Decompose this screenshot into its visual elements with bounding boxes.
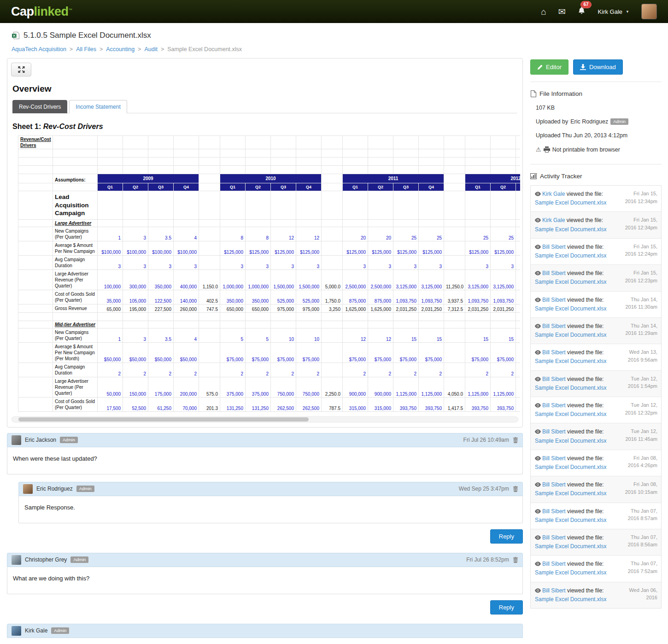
breadcrumb-current: Sample Excel Document.xlsx: [167, 46, 242, 53]
tab-rev-cost-drivers[interactable]: Rev-Cost Drivers: [12, 100, 67, 113]
activity-date: Tue Jan 12, 2016 11:45am: [622, 427, 657, 445]
activity-user-link[interactable]: Bill Sibert: [542, 455, 566, 462]
activity-action-text: viewed the file:: [567, 402, 604, 409]
activity-tracker-title: Activity Tracker: [530, 173, 662, 180]
eye-icon: [535, 298, 541, 302]
editor-button[interactable]: Editor: [530, 59, 568, 75]
activity-file-link[interactable]: Sample Excel Document.xlsx: [535, 385, 606, 391]
reply-button[interactable]: Reply: [490, 529, 523, 544]
activity-date: Wed Jan 06, 2016: [622, 586, 657, 604]
activity-user-link[interactable]: Kirk Gale: [542, 191, 565, 197]
breadcrumb-link[interactable]: Audit: [144, 46, 158, 53]
activity-entry: Bill Sibert viewed the file:Sample Excel…: [531, 529, 661, 555]
activity-user-link[interactable]: Bill Sibert: [542, 561, 566, 567]
avatar: [12, 555, 21, 565]
activity-action-text: viewed the file:: [567, 349, 604, 356]
top-navbar: Caplinked™ ⌂ ✉ 67 Kirk Gale ▼: [0, 0, 668, 23]
activity-file-link[interactable]: Sample Excel Document.xlsx: [535, 517, 606, 523]
activity-file-link[interactable]: Sample Excel Document.xlsx: [535, 199, 606, 206]
activity-file-link[interactable]: Sample Excel Document.xlsx: [535, 490, 606, 497]
notifications-bell-icon[interactable]: 67: [578, 7, 586, 16]
eye-icon: [535, 509, 541, 514]
expand-arrows-icon: [18, 66, 25, 73]
messages-envelope-icon[interactable]: ✉: [558, 7, 566, 16]
activity-user-link[interactable]: Bill Sibert: [542, 297, 566, 303]
eye-icon: [535, 588, 541, 593]
sheet-title-name: Rev-Cost Drivers: [43, 123, 103, 130]
new-comment-composer: Kirk GaleAdmin: [7, 624, 523, 644]
activity-file-link[interactable]: Sample Excel Document.xlsx: [535, 305, 606, 312]
avatar: [23, 484, 33, 494]
admin-badge: Admin: [610, 118, 628, 125]
table-row-subheader: Large Advertiser: [18, 219, 521, 227]
eye-icon: [535, 377, 541, 381]
activity-user-link[interactable]: Bill Sibert: [542, 508, 566, 515]
fullscreen-button[interactable]: [11, 63, 31, 76]
activity-file-link[interactable]: Sample Excel Document.xlsx: [535, 358, 606, 364]
eye-icon: [535, 192, 541, 196]
activity-file-link[interactable]: Sample Excel Document.xlsx: [535, 411, 606, 417]
activity-user-link[interactable]: Bill Sibert: [542, 402, 566, 409]
activity-action-text: viewed the file:: [567, 587, 604, 594]
pencil-icon: [537, 64, 543, 70]
activity-file-link[interactable]: Sample Excel Document.xlsx: [535, 252, 606, 259]
comment-reply: Eric RodriguezAdminWed Sep 25 3:47pmSamp…: [18, 482, 523, 523]
activity-date: Thu Jan 07, 2016 8:56am: [622, 533, 657, 551]
activity-date: Thu Jan 07, 2016 7:52am: [622, 560, 657, 577]
activity-file-link[interactable]: Sample Excel Document.xlsx: [535, 279, 606, 285]
user-avatar[interactable]: [641, 4, 657, 19]
activity-user-link[interactable]: Bill Sibert: [542, 349, 566, 356]
chevron-down-icon: ▼: [626, 10, 629, 14]
activity-entry: Bill Sibert viewed the file:Sample Excel…: [531, 291, 661, 317]
download-icon: [580, 64, 586, 70]
table-row: [18, 149, 521, 158]
breadcrumb-link[interactable]: AquaTech Acquisition: [12, 46, 66, 53]
activity-file-link[interactable]: Sample Excel Document.xlsx: [535, 332, 606, 338]
user-menu[interactable]: Kirk Gale ▼: [598, 8, 629, 15]
activity-user-link[interactable]: Kirk Gale: [542, 217, 565, 223]
activity-file-link[interactable]: Sample Excel Document.xlsx: [535, 543, 606, 550]
activity-date: Fri Jan 08, 2016 10:15am: [622, 480, 657, 498]
activity-user-link[interactable]: Bill Sibert: [542, 323, 566, 329]
activity-file-link[interactable]: Sample Excel Document.xlsx: [535, 569, 606, 576]
activity-user-link[interactable]: Bill Sibert: [542, 534, 566, 541]
page-title: 5.1.0.5 Sample Excel Document.xlsx: [23, 31, 151, 40]
activity-file-link[interactable]: Sample Excel Document.xlsx: [535, 464, 606, 470]
activity-entry: Bill Sibert viewed the file:Sample Excel…: [531, 370, 661, 397]
table-row: Cost of Goods Sold (Per Quarter)35,00010…: [18, 290, 521, 304]
activity-file-link[interactable]: Sample Excel Document.xlsx: [535, 596, 606, 603]
tab-income-statement[interactable]: Income Statement: [69, 100, 127, 113]
activity-file-link[interactable]: Sample Excel Document.xlsx: [535, 438, 606, 444]
delete-comment-icon[interactable]: [513, 557, 518, 563]
scrollbar-thumb[interactable]: [18, 417, 309, 422]
comment-thread: Eric JacksonAdminFri Jul 26 10:49amWhen …: [7, 433, 523, 544]
reply-button[interactable]: Reply: [490, 600, 523, 615]
eye-icon: [535, 192, 541, 196]
comment-author: Kirk Gale: [25, 627, 47, 634]
activity-date: Wed Jan 13, 2016 9:56am: [622, 348, 657, 366]
activity-user-link[interactable]: Bill Sibert: [542, 587, 566, 594]
activity-file-link[interactable]: Sample Excel Document.xlsx: [535, 226, 606, 233]
table-row: Average $ Amount Per New Campaign$100,00…: [18, 241, 521, 255]
breadcrumb-link[interactable]: Accounting: [106, 46, 135, 53]
download-button[interactable]: Download: [573, 59, 623, 75]
activity-user-link[interactable]: Bill Sibert: [542, 376, 566, 382]
table-row-years: Assumptions:2009201020112012: [18, 174, 521, 183]
home-icon[interactable]: ⌂: [541, 7, 546, 16]
activity-entry: Bill Sibert viewed the file:Sample Excel…: [531, 238, 661, 264]
activity-action-text: viewed the file:: [567, 561, 604, 567]
delete-comment-icon[interactable]: [513, 486, 518, 492]
eye-icon: [535, 377, 541, 381]
breadcrumb-separator: >: [100, 46, 103, 53]
breadcrumb-link[interactable]: All Files: [76, 46, 96, 53]
activity-user-link[interactable]: Bill Sibert: [542, 244, 566, 250]
table-row: Large Advertiser Revenue (Per Quarter)10…: [18, 269, 521, 290]
activity-user-link[interactable]: Bill Sibert: [542, 428, 566, 435]
activity-user-link[interactable]: Bill Sibert: [542, 481, 566, 488]
activity-date: Thu Jan 14, 2016 11:30am: [622, 296, 657, 313]
table-row: Avg Campaign Duration22222222222222: [18, 363, 521, 377]
eye-icon: [535, 324, 541, 328]
caplinked-logo[interactable]: Caplinked™: [11, 5, 72, 19]
activity-user-link[interactable]: Bill Sibert: [542, 270, 566, 276]
delete-comment-icon[interactable]: [513, 437, 518, 443]
